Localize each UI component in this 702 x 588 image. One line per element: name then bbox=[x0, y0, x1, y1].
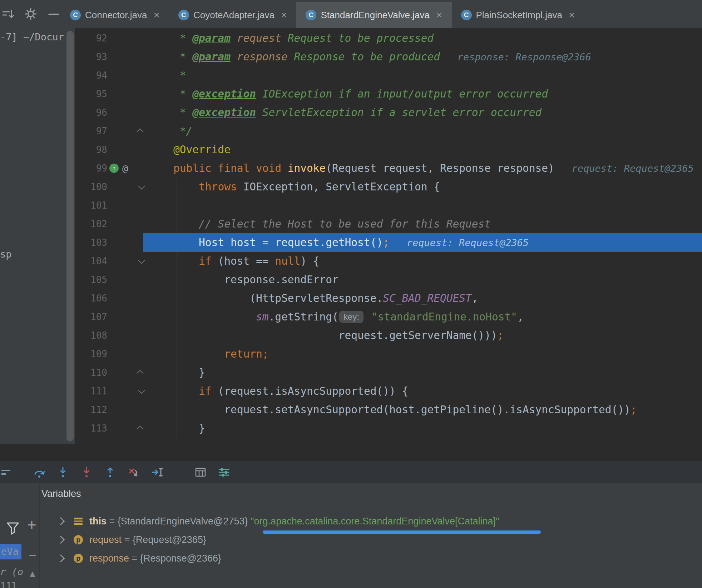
tab-connector-java[interactable]: CConnector.java× bbox=[61, 2, 169, 28]
variable-row-this[interactable]: this = {StandardEngineValve@2753} "org.a… bbox=[54, 512, 702, 530]
line-number[interactable]: 109 bbox=[75, 349, 107, 359]
line-number[interactable]: 105 bbox=[75, 274, 107, 285]
force-step-into-icon[interactable] bbox=[79, 465, 94, 479]
tab-standardenginevalve-java[interactable]: CStandardEngineValve.java× bbox=[296, 2, 451, 28]
line-number[interactable]: 102 bbox=[75, 219, 107, 229]
code-text[interactable]: if (request.isAsyncSupported()) { bbox=[148, 382, 702, 400]
line-number[interactable]: 94 bbox=[75, 70, 107, 81]
fold-down-icon[interactable] bbox=[138, 183, 145, 190]
code-text[interactable]: return; bbox=[148, 345, 702, 363]
filter-lines-icon[interactable] bbox=[1, 7, 15, 21]
code-text[interactable]: } bbox=[148, 363, 702, 382]
scrollbar-thumb[interactable] bbox=[66, 31, 74, 442]
code-text[interactable]: * @exception IOException if an input/out… bbox=[148, 85, 702, 103]
code-line-112[interactable]: 112 request.setAsyncSupported(host.getPi… bbox=[75, 400, 702, 419]
code-line-106[interactable]: 106 (HttpServletResponse.SC_BAD_REQUEST, bbox=[75, 289, 702, 308]
code-line-95[interactable]: 95 * @exception IOException if an input/… bbox=[75, 85, 702, 103]
expand-chevron-icon[interactable] bbox=[57, 517, 65, 525]
line-number[interactable]: 111 bbox=[75, 386, 107, 397]
code-line-102[interactable]: 102 // Select the Host to be used for th… bbox=[75, 215, 702, 233]
close-icon[interactable]: × bbox=[281, 10, 287, 20]
frames-row-fragment[interactable]: r (o bbox=[0, 566, 23, 577]
fold-down-icon[interactable] bbox=[138, 257, 145, 264]
step-into-icon[interactable] bbox=[56, 465, 70, 479]
code-text[interactable]: * @param request Request to be processed bbox=[148, 29, 702, 48]
line-number[interactable]: 97 bbox=[75, 126, 107, 136]
lines-icon[interactable] bbox=[1, 465, 15, 479]
code-text[interactable]: * @param response Response to be produce… bbox=[148, 48, 702, 66]
code-text[interactable]: (HttpServletResponse.SC_BAD_REQUEST, bbox=[148, 289, 702, 308]
code-text[interactable]: if (host == null) { bbox=[148, 252, 702, 270]
code-text[interactable]: request.setAsyncSupported(host.getPipeli… bbox=[148, 400, 702, 419]
code-text[interactable]: sm.getString(key: "standardEngine.noHost… bbox=[148, 308, 702, 326]
tab-coyoteadapter-java[interactable]: CCoyoteAdapter.java× bbox=[169, 2, 296, 28]
fold-up-icon[interactable] bbox=[137, 370, 144, 377]
fold-up-icon[interactable] bbox=[137, 425, 144, 433]
expand-chevron-icon[interactable] bbox=[57, 554, 65, 563]
code-line-109[interactable]: 109 return; bbox=[75, 345, 702, 363]
code-line-110[interactable]: 110 } bbox=[75, 363, 702, 382]
frames-selected-row-fragment[interactable]: eVa bbox=[0, 544, 21, 559]
line-number[interactable]: 99 bbox=[75, 163, 107, 174]
line-number[interactable]: 95 bbox=[75, 89, 107, 99]
close-icon[interactable]: × bbox=[153, 10, 160, 20]
code-editor[interactable]: 92 * @param request Request to be proces… bbox=[75, 28, 702, 461]
code-line-94[interactable]: 94 * bbox=[75, 66, 702, 85]
code-text[interactable]: response.sendError bbox=[148, 270, 702, 289]
fold-down-icon[interactable] bbox=[138, 387, 145, 394]
code-line-104[interactable]: 104 if (host == null) { bbox=[75, 252, 702, 270]
line-number[interactable]: 96 bbox=[75, 107, 107, 118]
fold-up-icon[interactable] bbox=[137, 128, 144, 135]
code-line-98[interactable]: 98 @Override bbox=[75, 140, 702, 159]
code-line-96[interactable]: 96 * @exception ServletException if a se… bbox=[75, 103, 702, 122]
add-icon[interactable]: + bbox=[27, 517, 36, 533]
code-line-100[interactable]: 100 throws IOException, ServletException… bbox=[75, 178, 702, 196]
line-number[interactable]: 101 bbox=[75, 200, 107, 211]
minimize-icon[interactable] bbox=[46, 7, 61, 21]
scroll-up-icon[interactable]: ▲ bbox=[28, 569, 37, 578]
step-out-icon[interactable] bbox=[103, 465, 117, 479]
line-number[interactable]: 93 bbox=[75, 51, 107, 62]
filter-icon[interactable] bbox=[5, 520, 21, 537]
code-line-113[interactable]: 113 } bbox=[75, 419, 702, 438]
line-number[interactable]: 110 bbox=[75, 367, 107, 378]
code-text[interactable]: * @exception ServletException if a servl… bbox=[148, 103, 702, 122]
line-number[interactable]: 112 bbox=[75, 404, 107, 415]
code-text[interactable] bbox=[148, 196, 702, 215]
code-text[interactable]: */ bbox=[148, 122, 702, 140]
frames-row-fragment[interactable]: 11l bbox=[0, 580, 18, 588]
code-text[interactable]: } bbox=[148, 419, 702, 438]
tab-plainsocketimpl-java[interactable]: CPlainSocketImpl.java× bbox=[452, 2, 584, 28]
run-to-cursor-icon[interactable] bbox=[150, 465, 164, 479]
line-number[interactable]: 104 bbox=[75, 256, 107, 266]
code-text[interactable]: * bbox=[148, 66, 702, 85]
line-number[interactable]: 103 bbox=[75, 237, 107, 248]
code-line-99[interactable]: 99↑@ public final void invoke(Request re… bbox=[75, 159, 702, 178]
code-text[interactable]: // Select the Host to be used for this R… bbox=[148, 215, 702, 233]
line-number[interactable]: 113 bbox=[75, 423, 107, 434]
close-icon[interactable]: × bbox=[569, 10, 575, 20]
line-number[interactable]: 107 bbox=[75, 312, 107, 322]
line-number[interactable]: 92 bbox=[75, 33, 107, 44]
code-line-108[interactable]: 108 request.getServerName())); bbox=[75, 326, 702, 345]
code-line-97[interactable]: 97 */ bbox=[75, 122, 702, 140]
remove-icon[interactable]: − bbox=[29, 548, 36, 562]
code-line-105[interactable]: 105 response.sendError bbox=[75, 270, 702, 289]
line-number[interactable]: 106 bbox=[75, 293, 107, 304]
overrides-method-icon[interactable]: ↑ bbox=[109, 164, 119, 173]
code-line-93[interactable]: 93 * @param response Response to be prod… bbox=[75, 48, 702, 66]
code-line-92[interactable]: 92 * @param request Request to be proces… bbox=[75, 29, 702, 48]
code-text[interactable]: request.getServerName())); bbox=[148, 326, 702, 345]
code-text[interactable]: public final void invoke(Request request… bbox=[148, 159, 702, 178]
code-text[interactable]: throws IOException, ServletException { bbox=[148, 178, 702, 196]
step-over-icon[interactable] bbox=[32, 465, 46, 479]
layout-settings-icon[interactable] bbox=[217, 465, 231, 479]
drop-frame-icon[interactable] bbox=[127, 465, 141, 479]
expand-chevron-icon[interactable] bbox=[57, 536, 65, 544]
line-number[interactable]: 98 bbox=[75, 144, 107, 155]
code-line-111[interactable]: 111 if (request.isAsyncSupported()) { bbox=[75, 382, 702, 400]
line-number[interactable]: 100 bbox=[75, 181, 107, 192]
code-text[interactable]: @Override bbox=[148, 140, 702, 159]
line-number[interactable]: 108 bbox=[75, 330, 107, 341]
code-line-103[interactable]: 103 Host host = request.getHost(); reque… bbox=[75, 233, 702, 252]
